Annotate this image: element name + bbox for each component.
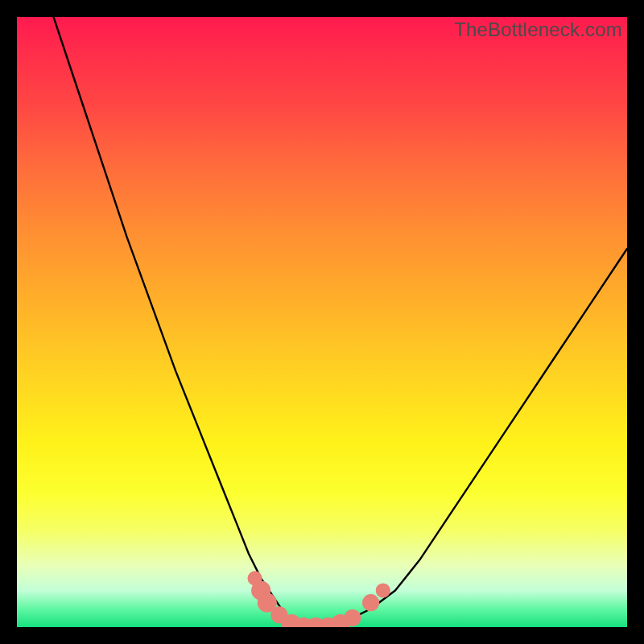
highlight-dot (376, 583, 390, 597)
highlight-dot (362, 594, 379, 611)
plot-area: TheBottleneck.com (17, 17, 627, 627)
chart-frame: TheBottleneck.com (0, 0, 644, 644)
curve-layer (17, 17, 627, 627)
highlight-dot (344, 609, 361, 626)
bottleneck-curve (54, 17, 628, 627)
highlight-dots (248, 571, 390, 627)
